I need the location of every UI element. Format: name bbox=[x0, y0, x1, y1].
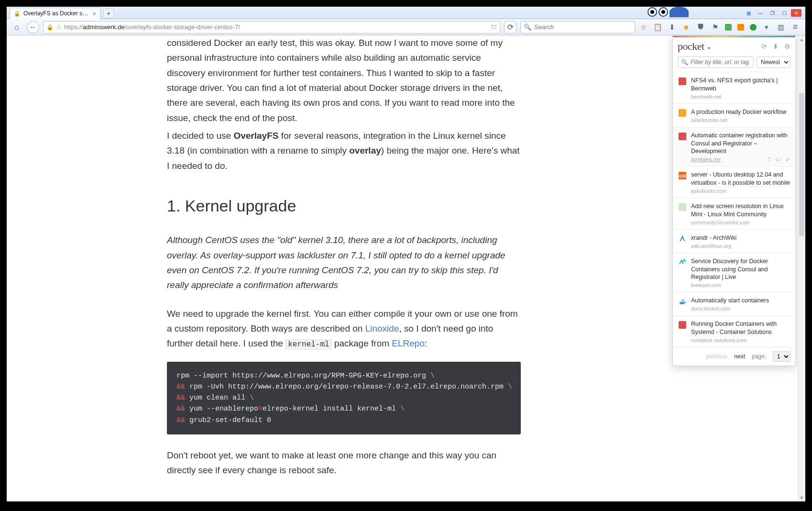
search-input[interactable] bbox=[534, 23, 632, 31]
pocket-item-icon bbox=[679, 298, 686, 305]
window-controls: ▦ — ❐ ☐ ✕ bbox=[743, 7, 801, 19]
italic-note: Although CentOS uses the "old" kernel 3.… bbox=[167, 235, 505, 290]
pocket-item-icon bbox=[679, 203, 686, 211]
pocket-filter-input[interactable] bbox=[691, 59, 750, 66]
pocket-list: NFS4 vs. NFS3 export gotcha's | Bermwebb… bbox=[673, 72, 795, 347]
search-bar[interactable]: 🔍 bbox=[520, 21, 635, 33]
toolbar-icons: ☆ 📋 ⬇ ☻ ⛊ ⚑ ▾ ▥ ≡ bbox=[639, 23, 801, 32]
pocket-item-source: container-solutions.com bbox=[691, 337, 790, 343]
tab-strip: 🔒 OverlayFS as Docker storag… × + ▦ — ❐ … bbox=[7, 7, 805, 19]
pocket-item-source: docs.docker.com bbox=[691, 306, 790, 311]
window-close-button[interactable]: ✕ bbox=[791, 9, 801, 17]
code-block: rpm --import https://www.elrepo.org/RPM-… bbox=[167, 362, 521, 434]
elrepo-link[interactable]: ELRepo bbox=[392, 338, 425, 348]
pocket-filter-row: 🔍 Newest bbox=[673, 56, 795, 72]
shield-icon[interactable]: ⛊ bbox=[696, 23, 705, 32]
vertical-scrollbar[interactable]: ▲ ▼ bbox=[798, 35, 805, 501]
download-icon[interactable]: ⬇ bbox=[773, 43, 779, 50]
browser-tab[interactable]: 🔒 OverlayFS as Docker storag… × bbox=[10, 8, 100, 19]
reader-icon[interactable]: 🛡 bbox=[491, 24, 497, 31]
hamburger-menu-icon[interactable]: ≡ bbox=[791, 23, 800, 32]
pocket-item[interactable]: askserver - Ubuntu desktop 12.04 and vir… bbox=[673, 166, 795, 198]
section-heading: 1. Kernel upgrade bbox=[167, 192, 521, 219]
new-tab-button[interactable]: + bbox=[103, 9, 114, 18]
pocket-item[interactable]: NFS4 vs. NFS3 export gotcha's | Bermwebb… bbox=[673, 72, 795, 103]
url-bar[interactable]: 🔒 ⚠ https://adminswerk.de/overlayfs-dock… bbox=[43, 21, 500, 33]
reload-button[interactable]: ⟳ bbox=[504, 21, 516, 33]
pocket-filter-box[interactable]: 🔍 bbox=[678, 56, 754, 68]
pocket-item-source: wiki.archlinux.org bbox=[691, 243, 790, 249]
download-icon[interactable]: ⬇ bbox=[668, 23, 676, 32]
scroll-thumb[interactable] bbox=[799, 93, 804, 236]
close-tab-icon[interactable]: × bbox=[92, 10, 96, 17]
pocket-item[interactable]: Add new screen resolution in Linux Mint … bbox=[673, 198, 795, 229]
maximize-button[interactable]: ☐ bbox=[779, 9, 790, 17]
paragraph-text: considered Docker an early test, this wa… bbox=[167, 38, 515, 123]
pocket-item[interactable]: Service Discovery for Docker Containers … bbox=[673, 253, 795, 292]
flag-icon[interactable]: ⚑ bbox=[711, 23, 719, 32]
pocket-prev: previous bbox=[706, 353, 727, 360]
pocket-item[interactable]: Automatically start containersdocs.docke… bbox=[673, 292, 795, 315]
refresh-icon[interactable]: ⟳ bbox=[761, 43, 767, 50]
extension-orange-icon[interactable] bbox=[737, 24, 744, 31]
pocket-item-source: livewyer.com bbox=[691, 282, 790, 288]
pocket-item[interactable]: A production ready Docker workflowluisel… bbox=[673, 103, 795, 127]
grid-icon[interactable]: ▦ bbox=[743, 9, 754, 17]
article-content: considered Docker an early test, this wa… bbox=[167, 35, 521, 478]
bookmark-star-icon[interactable]: ☆ bbox=[639, 23, 647, 32]
overlay-term: overlay bbox=[349, 145, 381, 156]
page-viewport: considered Docker an early test, this wa… bbox=[7, 35, 805, 501]
linoxide-link[interactable]: Linoxide bbox=[365, 323, 399, 333]
pocket-item-title: server - Ubuntu desktop 12.04 and virtua… bbox=[691, 171, 790, 187]
scroll-up-icon[interactable]: ▲ bbox=[798, 35, 805, 43]
pocket-item-icon bbox=[679, 235, 686, 243]
extension-green-icon[interactable] bbox=[725, 24, 732, 31]
url-text: https://adminswerk.de/overlayfs-docker-s… bbox=[64, 23, 488, 31]
search-icon: 🔍 bbox=[681, 59, 688, 66]
tag-icon[interactable]: 🏷 bbox=[775, 156, 781, 163]
pocket-panel: pocket ▾ ⟳ ⬇ ⚙ 🔍 Newest NFS4 vs. NFS3 ex… bbox=[672, 35, 796, 366]
pocket-logo[interactable]: pocket ▾ bbox=[678, 40, 710, 53]
pocket-item[interactable]: xrandr - ArchWikiwiki.archlinux.org bbox=[673, 229, 795, 253]
scroll-down-icon[interactable]: ▼ bbox=[798, 494, 805, 501]
pocket-page-select[interactable]: 1 bbox=[773, 351, 790, 362]
pocket-item-icon bbox=[679, 78, 686, 85]
pocket-sort-select[interactable]: Newest bbox=[757, 56, 790, 68]
lock-icon: 🔒 bbox=[14, 10, 21, 17]
pocket-item-title: Running Docker Containers with Systemd -… bbox=[691, 320, 790, 336]
pocket-item-icon bbox=[679, 133, 686, 140]
smiley-icon[interactable]: ☻ bbox=[682, 23, 691, 32]
pocket-item-title: xrandr - ArchWiki bbox=[691, 234, 790, 242]
back-button[interactable]: ← bbox=[27, 21, 39, 33]
home-button[interactable]: ⌂ bbox=[11, 21, 23, 33]
clipboard-icon[interactable]: 📋 bbox=[653, 23, 662, 32]
search-icon: 🔍 bbox=[524, 23, 531, 31]
pocket-item-title: Service Discovery for Docker Containers … bbox=[691, 257, 790, 282]
pocket-item[interactable]: Running Docker Containers with Systemd -… bbox=[673, 315, 795, 347]
restore-button[interactable]: ❐ bbox=[767, 9, 778, 17]
pocket-page-label: page: bbox=[752, 353, 766, 360]
minimize-button[interactable]: — bbox=[755, 9, 766, 17]
chevron-down-icon[interactable]: ▾ bbox=[762, 23, 771, 32]
text-icon[interactable]: T bbox=[768, 156, 771, 163]
pocket-item-title: Automatic container registration with Co… bbox=[691, 132, 790, 156]
extension-circle-icon[interactable] bbox=[750, 24, 757, 31]
paragraph-text: Don't reboot yet, we want to make at lea… bbox=[167, 448, 521, 478]
pocket-item-source: askubuntu.com bbox=[691, 188, 790, 194]
pocket-item-title: Add new screen resolution in Linux Mint … bbox=[691, 202, 790, 219]
gear-icon[interactable]: ⚙ bbox=[784, 43, 790, 50]
pocket-header: pocket ▾ ⟳ ⬇ ⚙ bbox=[673, 37, 795, 56]
pocket-item[interactable]: Automatic container registration with Co… bbox=[673, 127, 795, 167]
pocket-next[interactable]: next bbox=[734, 353, 745, 360]
pocket-item-icon bbox=[679, 258, 686, 266]
check-icon[interactable]: ✔ bbox=[785, 156, 790, 163]
persona-decoration bbox=[647, 6, 691, 18]
tab-title: OverlayFS as Docker storag… bbox=[23, 10, 89, 17]
pocket-footer: previous next page: 1 bbox=[673, 347, 795, 366]
pocket-item-icon: ask bbox=[679, 172, 686, 179]
history-icon[interactable]: ▥ bbox=[777, 23, 785, 32]
warning-icon: ⚠ bbox=[56, 24, 61, 30]
pocket-item-source: bermweb.net bbox=[691, 94, 790, 100]
pocket-item-title: NFS4 vs. NFS3 export gotcha's | Bermweb bbox=[691, 77, 790, 93]
nav-toolbar: ⌂ ← 🔒 ⚠ https://adminswerk.de/overlayfs-… bbox=[7, 19, 805, 35]
